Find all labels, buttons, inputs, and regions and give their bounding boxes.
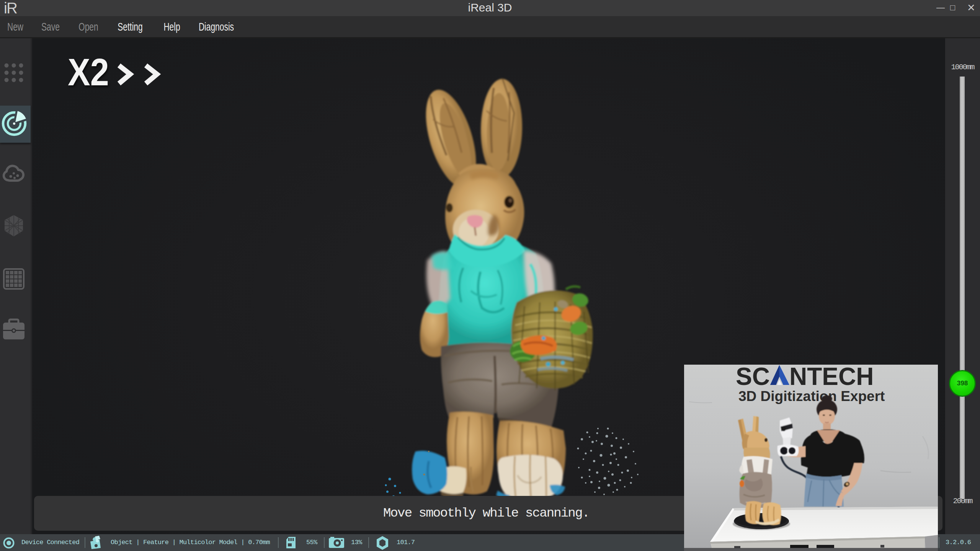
svg-text:3D Digitization Expert: 3D Digitization Expert bbox=[738, 388, 885, 404]
svg-text:SC: SC bbox=[736, 365, 770, 390]
svg-text:NTECH: NTECH bbox=[789, 365, 874, 390]
